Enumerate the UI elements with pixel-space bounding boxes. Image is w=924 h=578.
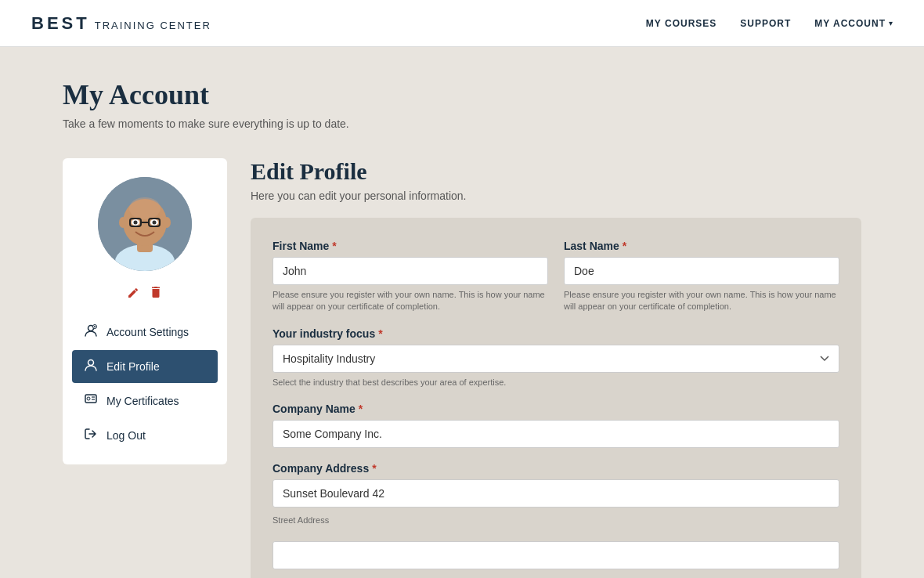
form-title: Edit Profile xyxy=(251,158,861,185)
svg-point-8 xyxy=(153,221,157,225)
logo-best: BEST xyxy=(31,13,90,34)
industry-focus-hint: Select the industry that best describes … xyxy=(273,377,839,388)
first-name-label: First Name* xyxy=(273,240,548,252)
sidebar-nav: Account Settings Edit Profile xyxy=(63,316,227,452)
sidebar-item-my-certificates[interactable]: My Certificates xyxy=(72,385,218,417)
avatar-area xyxy=(63,158,227,316)
page-subtitle: Take a few moments to make sure everythi… xyxy=(63,117,861,130)
sidebar: Account Settings Edit Profile xyxy=(63,158,227,464)
industry-focus-select[interactable]: Hospitality Industry Healthcare Construc… xyxy=(273,345,839,373)
logo: BEST TRAINING CENTER xyxy=(31,13,211,34)
svg-point-12 xyxy=(119,217,127,228)
svg-point-4 xyxy=(129,197,161,219)
last-name-required: * xyxy=(623,240,626,252)
sidebar-item-edit-profile[interactable]: Edit Profile xyxy=(72,350,218,383)
my-certificates-label: My Certificates xyxy=(106,395,179,407)
address-line-2-group: Address Line 2 xyxy=(273,541,839,578)
chevron-down-icon: ▾ xyxy=(889,19,893,27)
first-name-hint: Please ensure you register with your own… xyxy=(273,289,548,313)
logo-sub: TRAINING CENTER xyxy=(95,20,211,31)
svg-point-13 xyxy=(163,217,171,228)
first-name-input[interactable] xyxy=(273,257,548,285)
account-settings-label: Account Settings xyxy=(106,326,189,338)
industry-focus-group: Your industry focus* Hospitality Industr… xyxy=(273,327,839,388)
log-out-icon xyxy=(83,427,99,444)
name-row: First Name* Please ensure you register w… xyxy=(273,240,839,313)
account-settings-icon xyxy=(83,323,99,341)
edit-profile-label: Edit Profile xyxy=(106,360,160,373)
company-name-group: Company Name* xyxy=(273,403,839,448)
address-line-2-input[interactable] xyxy=(273,541,839,569)
form-subtitle: Here you can edit your personal informat… xyxy=(251,190,861,202)
last-name-group: Last Name* Please ensure you register wi… xyxy=(564,240,839,313)
avatar xyxy=(98,177,192,271)
company-address-required: * xyxy=(372,462,376,475)
company-name-required: * xyxy=(359,403,363,415)
industry-focus-required: * xyxy=(378,327,382,340)
sidebar-item-log-out[interactable]: Log Out xyxy=(72,419,218,452)
nav-my-account[interactable]: MY ACCOUNT ▾ xyxy=(814,18,893,29)
svg-point-18 xyxy=(87,397,90,400)
first-name-required: * xyxy=(332,240,336,252)
last-name-hint: Please ensure you register with your own… xyxy=(564,289,839,313)
nav-my-account-label[interactable]: MY ACCOUNT xyxy=(814,18,886,29)
avatar-icons xyxy=(127,285,163,303)
edit-profile-icon xyxy=(83,358,99,375)
nav-support[interactable]: SUPPORT xyxy=(740,18,791,29)
industry-focus-label: Your industry focus* xyxy=(273,327,839,340)
svg-point-7 xyxy=(134,221,138,225)
nav-my-courses[interactable]: MY COURSES xyxy=(646,18,716,29)
navbar: BEST TRAINING CENTER MY COURSES SUPPORT … xyxy=(0,0,924,47)
company-address-input[interactable] xyxy=(273,479,839,508)
content-layout: Account Settings Edit Profile xyxy=(63,158,861,578)
form-panel: First Name* Please ensure you register w… xyxy=(251,218,861,578)
form-area: Edit Profile Here you can edit your pers… xyxy=(251,158,861,578)
first-name-group: First Name* Please ensure you register w… xyxy=(273,240,548,313)
my-certificates-icon xyxy=(83,392,99,410)
nav-links: MY COURSES SUPPORT MY ACCOUNT ▾ xyxy=(646,18,893,29)
log-out-label: Log Out xyxy=(106,429,146,442)
page-title: My Account xyxy=(63,78,861,111)
last-name-label: Last Name* xyxy=(564,240,839,252)
company-address-group: Company Address* Street Address xyxy=(273,462,839,526)
svg-point-16 xyxy=(88,360,94,366)
street-address-label: Street Address xyxy=(273,515,839,526)
sidebar-item-account-settings[interactable]: Account Settings xyxy=(72,316,218,349)
company-name-input[interactable] xyxy=(273,420,839,448)
main-container: My Account Take a few moments to make su… xyxy=(31,47,893,578)
delete-avatar-icon[interactable] xyxy=(149,285,163,303)
last-name-input[interactable] xyxy=(564,257,839,285)
company-address-label: Company Address* xyxy=(273,462,839,475)
edit-avatar-icon[interactable] xyxy=(127,285,141,303)
company-name-label: Company Name* xyxy=(273,403,839,415)
